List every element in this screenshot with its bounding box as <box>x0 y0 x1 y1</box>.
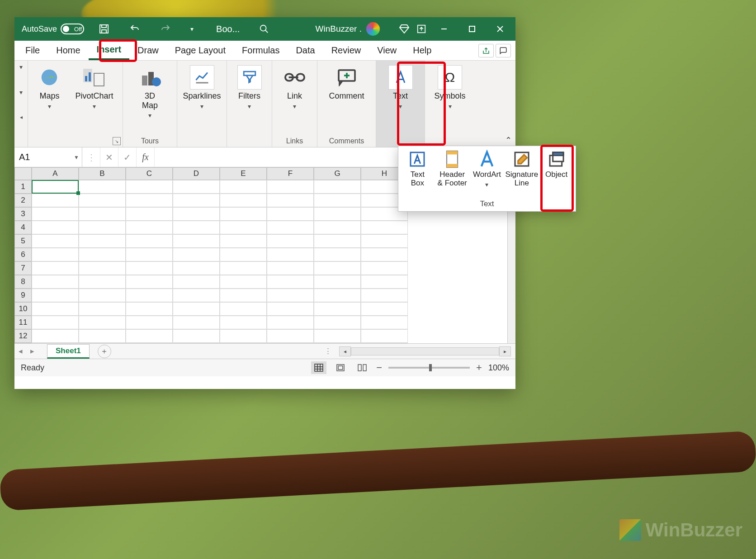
cell[interactable] <box>79 248 126 261</box>
cell[interactable] <box>361 316 408 329</box>
collapse-ribbon-icon[interactable]: ⌃ <box>505 135 512 145</box>
sheet-nav-prev[interactable]: ◂ <box>14 346 26 356</box>
cell[interactable] <box>220 289 267 302</box>
cell[interactable] <box>361 221 408 234</box>
cell[interactable] <box>361 343 408 344</box>
cell[interactable] <box>126 343 173 344</box>
autosave-toggle[interactable]: AutoSave Off <box>18 24 84 34</box>
cell[interactable] <box>32 275 79 289</box>
row-header[interactable]: 10 <box>14 302 32 316</box>
cell[interactable] <box>32 207 79 221</box>
select-all-corner[interactable] <box>14 167 32 180</box>
formula-more-icon[interactable]: ⋮ <box>82 147 100 167</box>
cell[interactable] <box>79 261 126 275</box>
qat-dropdown-icon[interactable]: ▾ <box>185 23 198 35</box>
column-header[interactable]: B <box>79 167 126 180</box>
normal-view-icon[interactable] <box>311 361 326 374</box>
row-header[interactable]: 8 <box>14 275 32 289</box>
object-button[interactable]: Object <box>539 150 574 179</box>
row-header[interactable]: 11 <box>14 316 32 329</box>
dialog-launcher-icon[interactable]: ↘ <box>113 137 121 145</box>
user-avatar[interactable] <box>366 22 380 36</box>
cell[interactable] <box>79 289 126 302</box>
cell[interactable] <box>314 221 361 234</box>
cell[interactable] <box>173 302 220 316</box>
cell[interactable] <box>126 221 173 234</box>
tab-data[interactable]: Data <box>288 41 323 60</box>
cell[interactable] <box>173 275 220 289</box>
row-header[interactable]: 4 <box>14 221 32 234</box>
save-icon[interactable] <box>98 23 110 35</box>
cell[interactable] <box>220 329 267 343</box>
diamond-icon[interactable] <box>398 23 411 35</box>
cell[interactable] <box>32 343 79 344</box>
hscroll-right[interactable]: ▸ <box>499 346 511 356</box>
share-button[interactable] <box>478 44 494 57</box>
cell[interactable] <box>126 289 173 302</box>
undo-icon[interactable] <box>128 23 141 35</box>
cell[interactable] <box>267 248 314 261</box>
cell[interactable] <box>79 207 126 221</box>
tab-draw[interactable]: Draw <box>129 41 167 60</box>
cell[interactable] <box>220 302 267 316</box>
page-layout-view-icon[interactable] <box>333 361 348 374</box>
cell[interactable] <box>173 316 220 329</box>
row-header[interactable]: 7 <box>14 261 32 275</box>
autosave-switch[interactable]: Off <box>61 24 84 34</box>
cell[interactable] <box>267 343 314 344</box>
tab-review[interactable]: Review <box>323 41 369 60</box>
cell[interactable] <box>314 180 361 194</box>
tab-page-layout[interactable]: Page Layout <box>167 41 234 60</box>
cell[interactable] <box>79 343 126 344</box>
cell[interactable] <box>126 248 173 261</box>
cell[interactable] <box>173 329 220 343</box>
cell[interactable] <box>173 261 220 275</box>
column-header[interactable]: G <box>314 167 361 180</box>
sparklines-button[interactable]: Sparklines ▾ <box>180 63 223 112</box>
cell[interactable] <box>267 302 314 316</box>
comments-button[interactable] <box>496 44 511 57</box>
column-header[interactable]: C <box>126 167 173 180</box>
name-box[interactable]: A1 ▼ <box>14 147 82 167</box>
cell[interactable] <box>32 289 79 302</box>
ribbon-text-button[interactable]: Text ▾ <box>376 61 425 147</box>
cell[interactable] <box>79 275 126 289</box>
maximize-button[interactable] <box>460 17 484 41</box>
cell[interactable] <box>314 316 361 329</box>
zoom-slider[interactable] <box>388 367 470 369</box>
zoom-in-button[interactable]: + <box>476 362 482 374</box>
text-box-button[interactable]: Text Box <box>400 150 435 187</box>
cell[interactable] <box>267 180 314 194</box>
row-header[interactable]: 13 <box>14 343 32 344</box>
cell[interactable] <box>126 234 173 248</box>
cell[interactable] <box>220 261 267 275</box>
ribbon-mode-icon[interactable] <box>415 23 428 35</box>
ribbon-symbols-button[interactable]: Ω Symbols ▾ <box>425 61 475 147</box>
cell[interactable] <box>314 234 361 248</box>
header-footer-button[interactable]: Header & Footer <box>435 150 469 187</box>
row-header[interactable]: 5 <box>14 234 32 248</box>
horizontal-scrollbar[interactable] <box>351 347 499 355</box>
cell[interactable] <box>314 194 361 207</box>
row-header[interactable]: 12 <box>14 329 32 343</box>
cell[interactable] <box>314 289 361 302</box>
cell[interactable] <box>126 180 173 194</box>
cell[interactable] <box>32 248 79 261</box>
cell[interactable] <box>361 275 408 289</box>
tab-home[interactable]: Home <box>48 41 88 60</box>
cell[interactable] <box>314 261 361 275</box>
cell[interactable] <box>361 261 408 275</box>
cell[interactable] <box>79 316 126 329</box>
filters-button[interactable]: Filters ▾ <box>235 63 265 112</box>
cell[interactable] <box>220 194 267 207</box>
link-button[interactable]: Link ▾ <box>280 63 310 112</box>
cell[interactable] <box>173 234 220 248</box>
cell[interactable] <box>220 316 267 329</box>
cell[interactable] <box>267 275 314 289</box>
cell[interactable] <box>32 221 79 234</box>
cell[interactable] <box>361 302 408 316</box>
maps-button[interactable]: Maps ▾ <box>34 63 64 112</box>
row-header[interactable]: 2 <box>14 194 32 207</box>
cell[interactable] <box>32 234 79 248</box>
cell[interactable] <box>126 194 173 207</box>
